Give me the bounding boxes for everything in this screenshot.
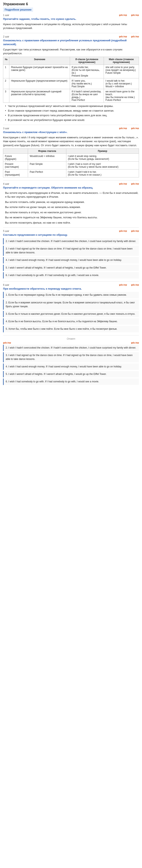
table-header-main: Main clause (главное предложение)	[104, 57, 139, 65]
row2-main: I would talk to her. (я бы с ней поговор…	[104, 78, 139, 89]
table-row: 1 Реальное будущее (ситуация может произ…	[3, 65, 139, 78]
step-2: 2 шаг gdz.top gdz.top Ознакомьтесь с пра…	[3, 35, 139, 122]
row3-num: 3	[3, 89, 9, 102]
wish-row3-form: Past Perfect	[28, 169, 66, 177]
step-5-gdz-left: gdz.top	[119, 230, 127, 232]
step-6-gdz-right: gdz.top	[131, 283, 139, 286]
step-2-notes: Части условных предложений могут менятьс…	[3, 104, 139, 122]
wish-row2-time: Present (настоящее)	[3, 162, 28, 169]
wish-header-1: Форма глагола	[28, 149, 66, 154]
step-4: 4 шаг gdz.top gdz.top Прочитайте и перев…	[3, 183, 139, 225]
row3-meaning: Нереальное прошлое (возможный сценарий р…	[9, 89, 70, 102]
wish-row2-form: Past Simple	[28, 162, 66, 169]
row1-meaning: Реальное будущее (ситуация может произой…	[9, 65, 70, 78]
row1-main: she will come to your party. (она придёт…	[104, 65, 139, 78]
wish-row1-form: Would/could + infinitive	[28, 154, 66, 162]
situations-list: Вы хотите изучать юриспруденцию в Италии…	[3, 191, 139, 225]
step-5-gdz-right: gdz.top	[131, 230, 139, 232]
step-5-answer-2: 3. I wish I had signed up for the dance …	[3, 246, 139, 256]
step-5-answer-4: 5. I wish I weren't afraid of heights. I…	[3, 265, 139, 271]
step-2-heading: Ознакомьтесь с правилами образования и у…	[3, 38, 139, 46]
wish-header-2: Пример	[66, 149, 139, 154]
step-6: 6 шаг gdz.top gdz.top При необходимости …	[3, 283, 139, 332]
list-item: Вы хотите изучать юриспруденцию в Италии…	[4, 191, 139, 199]
row1-num: 1	[3, 65, 9, 78]
step-1: 1 шаг gdz.top gdz.top Прочитайте задание…	[3, 14, 139, 30]
table-row: Present (настоящее) Past Simple I wish I…	[3, 162, 139, 169]
step-2-intro: Существует три типа условных предложений…	[3, 48, 139, 56]
step-4-gdz-left: gdz.top	[119, 183, 127, 185]
subtitle: Подробное решение	[3, 7, 33, 12]
table-row: Future (будущее) Would/could + infinitiv…	[3, 154, 139, 162]
step-5-answer-3: 4. I wish I had saved enough money. If I…	[3, 257, 139, 263]
step-5: 5 шаг gdz.top gdz.top Составьте предложе…	[3, 230, 139, 278]
step-5-heading: Составьте предложения к ситуациям по обр…	[3, 233, 139, 237]
row3-main: we would have gone to the beach. (мы бы …	[104, 89, 139, 102]
step-2-gdz-left: gdz.top	[119, 35, 127, 38]
step-4-gdz-right: gdz.top	[131, 183, 139, 185]
wish-row1-time: Future (будущее)	[3, 154, 28, 162]
note-4: В условной части не употребляется будуще…	[5, 118, 139, 122]
row3-if: If it hadn't rained yesterday, (Если бы …	[70, 89, 104, 102]
table-header-num: №	[3, 57, 9, 65]
row2-num: 2	[3, 78, 9, 89]
list-item: Вы хотите посмотреть фильм, но нам не с …	[4, 221, 139, 225]
table-header-meaning: Значение	[9, 57, 70, 65]
wish-row2-example: I wish I had a room of my own! (Если бы …	[66, 162, 139, 169]
step-3-num: 3 шаг	[3, 127, 9, 130]
note-3: В условном предложении второго типа упот…	[5, 114, 139, 117]
list-item: Вы хотите готовить себе ужином, но недер…	[4, 200, 139, 204]
step-3-content: Конструкция с wish / if only передаёт на…	[3, 135, 139, 148]
note-1: Части условных предложений могут менятьс…	[5, 104, 139, 108]
step-2-num: 2 шаг	[3, 35, 9, 38]
step-5-answer-5: 6. I wish I had somebody to go with. If …	[3, 272, 139, 278]
step-2-gdz-right: gdz.top	[131, 35, 139, 38]
final-answer-5: 6. I wish I had somebody to go with. If …	[3, 378, 139, 385]
row2-meaning: Нереальное будущее (предполагаемая ситуа…	[9, 78, 70, 89]
step-1-gdz-right: gdz.top	[131, 14, 139, 17]
wish-row3-example: I wish I hadn't told it to her. (Если бы…	[66, 169, 139, 177]
table-row: Past (прошедшее) Past Perfect I wish I h…	[3, 169, 139, 177]
wish-row1-example: I wish it would stop raining. (Если бы т…	[66, 154, 139, 162]
note-2: Если главное предложение стоит перед зав…	[5, 109, 139, 113]
wish-table: Форма глагола Пример Future (будущее) Wo…	[3, 149, 139, 177]
step-1-num: 1 шаг	[3, 14, 9, 17]
step-4-num: 4 шаг	[3, 183, 9, 185]
table-row: 2 Нереальное будущее (предполагаемая сит…	[3, 78, 139, 89]
step-5-answer-1: 2. I wish I hadn't overcooked the chicke…	[3, 238, 139, 244]
step-5-num: 5 шаг	[3, 230, 9, 232]
list-item: Вы хотели поехать в отпуск, но не накопи…	[4, 210, 139, 214]
row1-if: If you invite her, (Если ты её пригласиш…	[70, 65, 104, 78]
step-6-trans-1: 1. Если бы я не пережарил курицу. Если б…	[3, 292, 139, 298]
step-3: 3 шаг gdz.top gdz.top Ознакомьтесь с пра…	[3, 127, 139, 177]
final-gdz-right: gdz.top	[131, 341, 139, 344]
step-6-num: 6 шаг	[3, 283, 9, 286]
step-4-heading: Прочитайте и переведите ситуации. Обрати…	[3, 186, 139, 190]
final-gdz-left: gdz.top	[3, 341, 11, 344]
step-6-trans-5: 5. Хотел бы, чтобы мне было с кем пойти.…	[3, 326, 139, 332]
final-answer-2: 3. I wish I had signed up for the dance …	[3, 352, 139, 362]
page-title: Упражнение 6	[3, 2, 139, 6]
list-item: Вы хотели пойти на уроки танцев, но не з…	[4, 205, 139, 209]
final-answer-4: 5. I wish I weren't afraid of heights. I…	[3, 371, 139, 377]
table-header-if: If-clause (условное предложение)	[70, 57, 104, 65]
step-3-gdz-right: gdz.top	[131, 127, 139, 130]
answer-section: Ответ gdz.top gdz.top 2. I wish I hadn't…	[3, 337, 139, 385]
table-row: 3 Нереальное прошлое (возможный сценарий…	[3, 89, 139, 102]
step-6-gdz-left: gdz.top	[119, 283, 127, 286]
wish-header-0	[3, 149, 28, 154]
list-item: Вы не можете подняться на Эйфелеву башню…	[4, 215, 139, 220]
final-answer-1: 2. I wish I hadn't overcooked the chicke…	[3, 345, 139, 351]
step-3-gdz-left: gdz.top	[119, 127, 127, 130]
row2-if: If I were you, (На твоём месте,) Past Si…	[70, 78, 104, 89]
step-1-content: Нужно составить предложения к ситуациям …	[3, 22, 139, 30]
step-1-heading: Прочитайте задание, чтобы понять, что ну…	[3, 17, 139, 21]
final-answer-3: 4. I wish I had saved enough money. If I…	[3, 364, 139, 370]
answer-label: Ответ	[3, 337, 139, 340]
step-6-trans-3: 3. Если бы я только в накопил достаточно…	[3, 311, 139, 317]
step-6-trans-2: 2. Если бы я вовремя записался на уроки …	[3, 300, 139, 310]
step-6-trans-4: 4. Если бы я не боялся высоты. Если бы я…	[3, 318, 139, 324]
step-3-heading: Ознакомьтесь с правилом «Конструкции с w…	[3, 130, 139, 134]
conditional-table: № Значение If-clause (условное предложен…	[3, 57, 139, 103]
step-1-gdz-left: gdz.top	[119, 14, 127, 17]
